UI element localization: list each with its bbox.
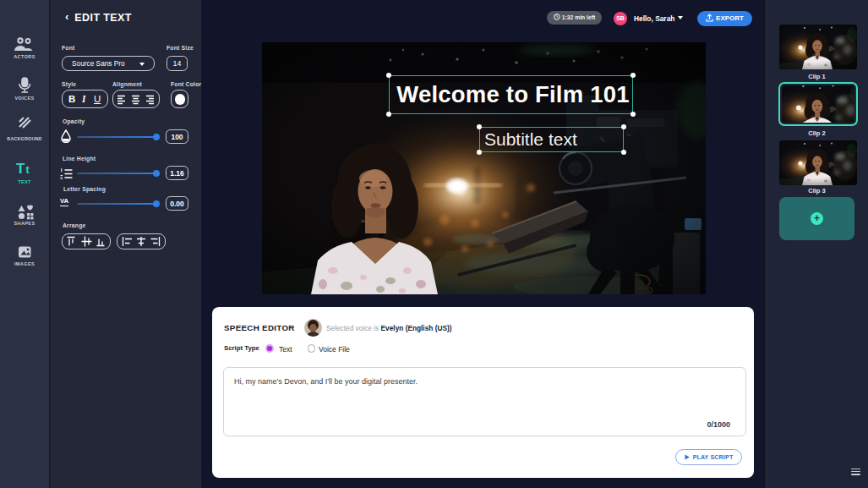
svg-text:T: T (16, 161, 25, 177)
svg-text:t: t (26, 164, 30, 176)
